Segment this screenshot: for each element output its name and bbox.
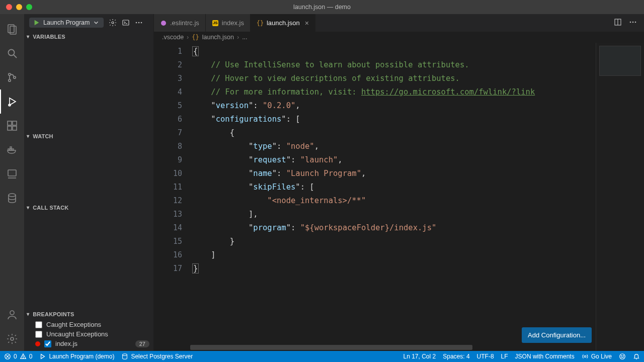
svg-point-40: [123, 354, 127, 356]
svg-rect-24: [123, 20, 129, 25]
activity-docker[interactable]: [0, 138, 24, 162]
svg-point-41: [584, 355, 586, 357]
json-icon: {}: [257, 20, 264, 27]
debug-console-icon[interactable]: [122, 19, 130, 27]
window-minimize-dot[interactable]: [16, 4, 22, 10]
checkbox[interactable]: [35, 331, 42, 338]
debug-sidebar: Launch Program ▸ VARIABLES: [24, 14, 154, 351]
section-callstack[interactable]: ▸ CALL STACK: [24, 202, 153, 213]
svg-rect-12: [13, 126, 17, 130]
section-variables[interactable]: ▸ VARIABLES: [24, 31, 153, 42]
status-language[interactable]: JSON with Comments: [515, 353, 575, 360]
minimap[interactable]: [596, 43, 644, 351]
svg-point-33: [635, 21, 636, 23]
json-icon: {}: [192, 34, 199, 41]
more-icon[interactable]: [135, 19, 143, 27]
svg-rect-9: [8, 121, 12, 125]
code-area[interactable]: { // Use IntelliSense to learn about pos…: [189, 43, 644, 351]
status-feedback-icon[interactable]: [619, 353, 626, 360]
svg-rect-16: [10, 147, 12, 148]
activity-account[interactable]: [0, 303, 24, 327]
titlebar: launch.json — demo: [0, 0, 644, 14]
breakpoint-dot-icon: [35, 341, 40, 346]
svg-point-6: [14, 76, 16, 78]
js-icon: JS: [212, 20, 219, 27]
activity-scm[interactable]: [0, 65, 24, 89]
svg-rect-17: [8, 170, 16, 176]
activity-search[interactable]: [0, 41, 24, 65]
breakpoint-entry[interactable]: index.js 27: [24, 339, 153, 348]
svg-point-38: [23, 357, 23, 358]
breadcrumbs[interactable]: .vscode › {} launch.json › ...: [154, 32, 644, 43]
activity-run-debug[interactable]: [0, 89, 24, 114]
svg-point-4: [9, 73, 11, 75]
svg-point-31: [630, 21, 631, 23]
status-eol[interactable]: LF: [501, 353, 508, 360]
status-indent[interactable]: Spaces: 4: [443, 353, 469, 360]
line-gutter: 1234567891011121314151617: [154, 43, 189, 351]
svg-point-2: [9, 50, 15, 56]
svg-point-42: [620, 354, 625, 359]
svg-point-21: [11, 337, 14, 340]
status-golive[interactable]: Go Live: [582, 353, 612, 360]
activity-explorer[interactable]: [0, 17, 24, 41]
activity-database[interactable]: [0, 186, 24, 210]
tab-launch-json[interactable]: {} launch.json ×: [251, 14, 315, 32]
chevron-down-icon: [93, 19, 100, 26]
section-breakpoints[interactable]: ▸ BREAKPOINTS: [24, 309, 153, 320]
chevron-down-icon: ▸: [26, 35, 31, 38]
checkbox[interactable]: [44, 340, 51, 347]
svg-point-43: [621, 355, 622, 356]
svg-point-20: [10, 311, 14, 315]
close-icon[interactable]: ×: [305, 19, 309, 27]
svg-point-32: [632, 21, 634, 23]
svg-point-44: [623, 355, 623, 356]
checkbox[interactable]: [35, 321, 42, 328]
activity-settings[interactable]: [0, 327, 24, 351]
split-editor-icon[interactable]: [614, 18, 622, 28]
more-icon[interactable]: [629, 18, 637, 28]
svg-marker-22: [35, 20, 39, 26]
editor: .eslintrc.js JS index.js {} launch.json …: [154, 14, 644, 351]
status-problems[interactable]: 0 0: [4, 353, 32, 360]
svg-rect-10: [13, 121, 17, 125]
tab-bar: .eslintrc.js JS index.js {} launch.json …: [154, 14, 644, 32]
eslint-icon: [160, 20, 167, 27]
status-bar: 0 0 Launch Program (demo) Select Postgre…: [0, 351, 644, 362]
activity-bar: [0, 14, 24, 351]
svg-point-27: [138, 22, 140, 24]
editor-body[interactable]: 1234567891011121314151617 { // Use Intel…: [154, 43, 644, 351]
start-debug-button[interactable]: Launch Program: [29, 18, 104, 28]
run-config-name: Launch Program: [43, 19, 90, 26]
svg-point-23: [112, 22, 114, 24]
add-configuration-button[interactable]: Add Configuration...: [522, 327, 592, 343]
status-bell-icon[interactable]: [633, 353, 640, 360]
chevron-down-icon: ▸: [26, 313, 31, 315]
status-encoding[interactable]: UTF-8: [477, 353, 494, 360]
breakpoint-uncaught-exceptions[interactable]: Uncaught Exceptions: [24, 329, 153, 339]
window-zoom-dot[interactable]: [26, 4, 32, 10]
section-watch[interactable]: ▸ WATCH: [24, 131, 153, 142]
gear-icon[interactable]: [109, 19, 117, 27]
horizontal-scrollbar[interactable]: [190, 345, 594, 350]
svg-marker-39: [41, 354, 45, 359]
window-title: launch.json — demo: [0, 4, 644, 11]
status-launch-config[interactable]: Launch Program (demo): [39, 353, 114, 360]
status-cursor[interactable]: Ln 17, Col 2: [404, 353, 436, 360]
status-postgres[interactable]: Select Postgres Server: [121, 353, 193, 360]
tab-index-js[interactable]: JS index.js: [206, 14, 251, 32]
svg-line-3: [14, 55, 17, 58]
svg-point-19: [9, 194, 16, 197]
chevron-down-icon: ▸: [26, 135, 31, 137]
breakpoint-line-badge: 27: [135, 340, 149, 347]
svg-point-26: [136, 22, 137, 24]
svg-rect-11: [8, 126, 12, 130]
chevron-down-icon: ▸: [26, 206, 31, 209]
activity-extensions[interactable]: [0, 114, 24, 138]
svg-point-28: [141, 22, 142, 24]
window-close-dot[interactable]: [6, 4, 12, 10]
activity-remote[interactable]: [0, 162, 24, 186]
breakpoint-caught-exceptions[interactable]: Caught Exceptions: [24, 320, 153, 329]
svg-point-5: [9, 79, 11, 81]
tab-eslintrc[interactable]: .eslintrc.js: [154, 14, 206, 32]
